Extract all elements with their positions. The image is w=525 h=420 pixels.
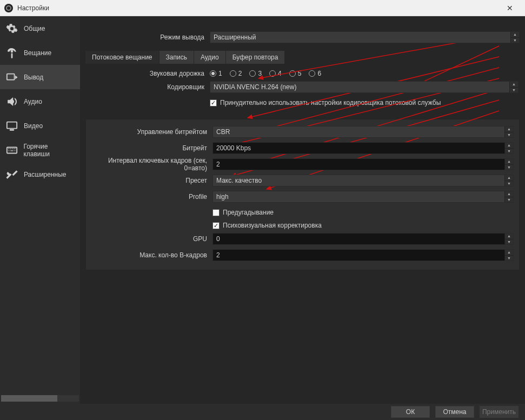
svg-rect-0 — [7, 74, 15, 79]
sidebar-item-audio[interactable]: Аудио — [0, 89, 80, 114]
bitrate-label: Битрейт — [88, 144, 212, 152]
audio-track-2[interactable]: 2 — [230, 70, 242, 77]
sidebar-item-hotkeys[interactable]: Горячие клавиши — [0, 138, 80, 162]
titlebar: Настройки ✕ — [0, 0, 525, 16]
sidebar: Общие Вещание Вывод Аудио Видео Горячие … — [0, 16, 80, 404]
tab-recording[interactable]: Запись — [160, 51, 194, 64]
sidebar-item-label: Видео — [24, 122, 43, 130]
keyboard-icon — [5, 144, 18, 157]
sidebar-item-label: Горячие клавиши — [23, 143, 75, 158]
profile-dropdown[interactable]: high▲▼ — [212, 191, 514, 203]
sidebar-item-label: Расширенные — [24, 171, 67, 178]
output-mode-label: Режим вывода — [85, 34, 210, 41]
audio-track-1[interactable]: 1 — [210, 70, 222, 77]
psycho-checkbox[interactable] — [212, 222, 220, 229]
audio-track-3[interactable]: 3 — [249, 70, 262, 77]
encoder-value: NVIDIA NVENC H.264 (new) — [214, 83, 296, 91]
close-button[interactable]: ✕ — [499, 0, 521, 16]
output-tabs: Потоковое вещание Запись Аудио Буфер пов… — [85, 51, 520, 64]
sidebar-item-general[interactable]: Общие — [0, 16, 80, 41]
app-icon — [4, 4, 13, 12]
tab-audio[interactable]: Аудио — [194, 51, 226, 64]
enforce-checkbox[interactable] — [210, 99, 217, 106]
apply-button[interactable]: Применить — [480, 406, 519, 418]
main-panel: Режим вывода Расширенный ▲▼ Потоковое ве… — [80, 16, 525, 404]
preset-label: Пресет — [88, 177, 212, 184]
monitor-icon — [5, 119, 18, 132]
bitrate-input[interactable]: 20000 Kbps▲▼ — [212, 142, 514, 154]
encoder-dropdown[interactable]: NVIDIA NVENC H.264 (new) ▲▼ — [210, 81, 519, 93]
dropdown-spinner[interactable]: ▲▼ — [509, 82, 518, 92]
output-mode-dropdown[interactable]: Расширенный ▲▼ — [210, 31, 520, 43]
ok-button[interactable]: ОК — [391, 406, 430, 418]
sidebar-item-stream[interactable]: Вещание — [0, 41, 80, 65]
audio-track-6[interactable]: 6 — [309, 70, 321, 77]
sidebar-item-label: Вывод — [24, 74, 43, 81]
preset-dropdown[interactable]: Макс. качество▲▼ — [212, 175, 514, 186]
enforce-label: Принудительно использовать настройки код… — [220, 99, 441, 106]
window-title: Настройки — [17, 4, 49, 12]
tab-replay-buffer[interactable]: Буфер повтора — [226, 51, 285, 64]
bframes-input[interactable]: 2▲▼ — [212, 249, 514, 261]
sidebar-item-label: Вещание — [24, 49, 51, 57]
profile-label: Profile — [88, 193, 212, 201]
sidebar-item-output[interactable]: Вывод — [0, 65, 80, 89]
sidebar-scrollbar[interactable] — [1, 395, 79, 402]
antenna-icon — [5, 46, 18, 59]
audio-track-label: Звуковая дорожка — [85, 70, 210, 77]
keyint-input[interactable]: 2▲▼ — [212, 158, 514, 170]
audio-track-4[interactable]: 4 — [269, 70, 282, 77]
encoder-settings-panel: Управление битрейтом CBR▲▼ Битрейт 20000… — [85, 119, 520, 270]
rate-control-label: Управление битрейтом — [88, 128, 212, 136]
lookahead-checkbox[interactable] — [212, 209, 220, 216]
gpu-input[interactable]: 0▲▼ — [212, 233, 514, 245]
svg-rect-2 — [7, 147, 17, 153]
tab-streaming[interactable]: Потоковое вещание — [85, 51, 160, 64]
dropdown-spinner[interactable]: ▲▼ — [510, 32, 519, 43]
speaker-icon — [5, 95, 18, 108]
audio-track-group: 1 2 3 4 5 6 — [210, 70, 321, 77]
audio-track-5[interactable]: 5 — [289, 70, 302, 77]
lookahead-label: Предугадывание — [223, 209, 274, 216]
footer: ОК Отмена Применить — [0, 404, 525, 420]
keyint-label: Интервал ключевых кадров (сек, 0=авто) — [88, 157, 212, 172]
output-mode-value: Расширенный — [214, 34, 256, 41]
sidebar-item-label: Аудио — [24, 98, 42, 105]
sidebar-item-advanced[interactable]: Расширенные — [0, 162, 80, 186]
output-icon — [5, 71, 18, 84]
sidebar-item-video[interactable]: Видео — [0, 114, 80, 138]
gear-icon — [5, 22, 18, 35]
bframes-label: Макс. кол-во B-кадров — [88, 251, 212, 259]
rate-control-dropdown[interactable]: CBR▲▼ — [212, 126, 514, 138]
cancel-button[interactable]: Отмена — [435, 406, 474, 418]
tools-icon — [5, 168, 18, 181]
psycho-label: Психовизуальная корректировка — [223, 222, 322, 229]
sidebar-item-label: Общие — [24, 25, 45, 32]
encoder-label: Кодировщик — [85, 83, 210, 91]
gpu-label: GPU — [88, 235, 212, 243]
svg-rect-1 — [7, 122, 17, 128]
